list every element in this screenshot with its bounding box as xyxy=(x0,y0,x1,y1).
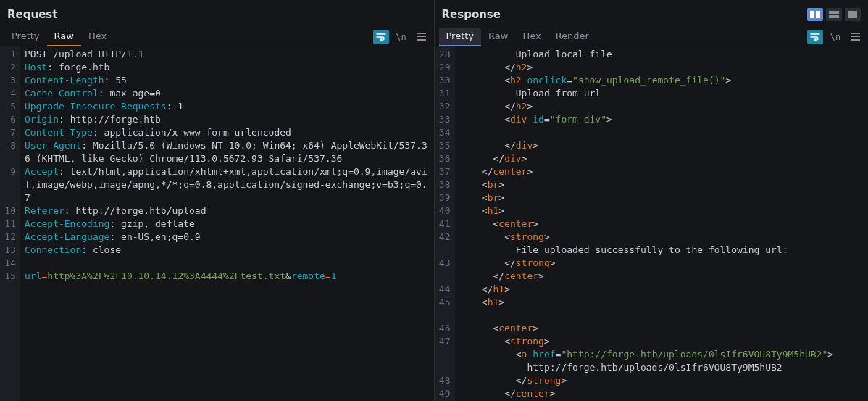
request-title: Request xyxy=(7,8,57,21)
newline-toggle-button[interactable]: \n xyxy=(827,30,843,44)
layout-split-button[interactable] xyxy=(807,8,823,21)
newline-icon: \n xyxy=(830,32,840,42)
svg-rect-1 xyxy=(816,11,820,18)
response-panel: Response PrettyRawHexRender \n xyxy=(435,0,869,401)
response-editor[interactable]: 2829303132333435363738394041424344454647… xyxy=(435,46,869,401)
wrap-icon xyxy=(376,33,386,41)
layout-stacked-button[interactable] xyxy=(826,8,842,21)
tab-hex[interactable]: Hex xyxy=(81,28,114,46)
request-code[interactable]: POST /upload HTTP/1.1Host: forge.htbCont… xyxy=(20,46,434,401)
app: Request PrettyRawHex \n 1234567891011121… xyxy=(0,0,868,401)
tab-render[interactable]: Render xyxy=(548,28,596,46)
layout-single-icon xyxy=(848,11,857,18)
request-panel: Request PrettyRawHex \n 1234567891011121… xyxy=(0,0,435,401)
svg-rect-3 xyxy=(829,15,839,18)
layout-single-button[interactable] xyxy=(845,8,861,21)
request-tab-tools: \n xyxy=(373,30,430,44)
hamburger-icon xyxy=(851,33,860,41)
hamburger-icon xyxy=(417,33,426,41)
response-tabs: PrettyRawHexRender \n xyxy=(435,28,869,46)
svg-rect-0 xyxy=(810,11,814,18)
tab-pretty[interactable]: Pretty xyxy=(4,28,47,46)
newline-icon: \n xyxy=(396,32,406,42)
response-code[interactable]: Upload local file </h2> <h2 onclick="sho… xyxy=(455,46,869,401)
layout-stacked-icon xyxy=(829,11,839,18)
request-header: Request xyxy=(0,0,434,28)
tab-hex[interactable]: Hex xyxy=(515,28,548,46)
response-title: Response xyxy=(442,8,501,21)
request-menu-button[interactable] xyxy=(414,30,430,44)
response-header: Response xyxy=(435,0,869,28)
wrap-icon xyxy=(810,33,820,41)
layout-buttons xyxy=(807,8,861,21)
tab-raw[interactable]: Raw xyxy=(481,28,515,46)
response-menu-button[interactable] xyxy=(848,30,864,44)
request-editor[interactable]: 123456789101112131415 POST /upload HTTP/… xyxy=(0,46,434,401)
request-tabs: PrettyRawHex \n xyxy=(0,28,434,46)
tab-raw[interactable]: Raw xyxy=(47,28,81,46)
request-gutter: 123456789101112131415 xyxy=(0,46,20,401)
wrap-toggle-button[interactable] xyxy=(807,30,823,44)
wrap-toggle-button[interactable] xyxy=(373,30,389,44)
newline-toggle-button[interactable]: \n xyxy=(393,30,409,44)
response-gutter: 2829303132333435363738394041424344454647… xyxy=(435,46,455,401)
svg-rect-4 xyxy=(848,11,857,18)
tab-pretty[interactable]: Pretty xyxy=(439,28,482,46)
response-tab-tools: \n xyxy=(807,30,864,44)
layout-split-icon xyxy=(810,11,820,18)
svg-rect-2 xyxy=(829,11,839,14)
